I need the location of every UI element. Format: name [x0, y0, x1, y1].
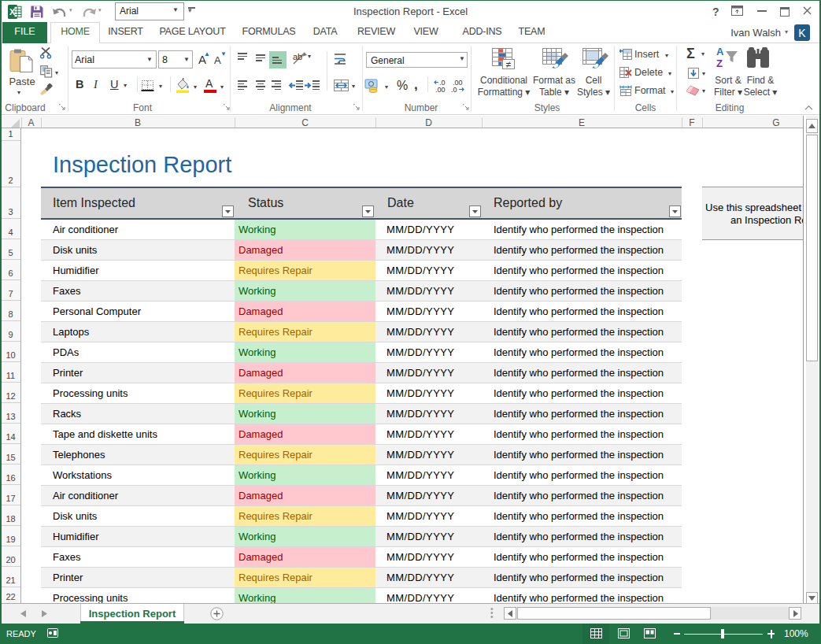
svg-text:ab: ab: [293, 52, 302, 61]
svg-text:≠: ≠: [506, 59, 512, 70]
svg-text:.00: .00: [435, 86, 446, 94]
